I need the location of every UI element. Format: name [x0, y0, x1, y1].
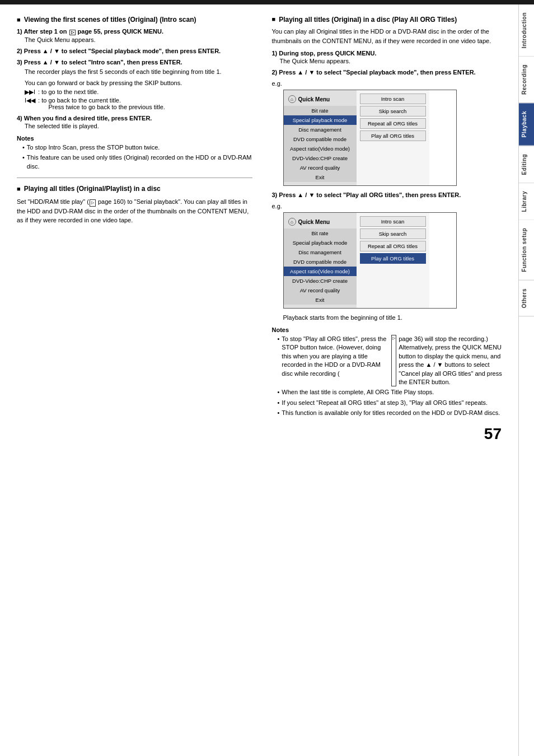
right-step-3: 3) Press ▲ / ▼ to select "Play all ORG t… [272, 192, 508, 198]
note2-item1: To stop "Play all ORG titles", press the… [278, 335, 508, 386]
menu1-right-skip: Skip search [360, 106, 426, 116]
menu2-item-disc: Disc management [284, 248, 357, 257]
menu1-right-play: Play all ORG titles [360, 130, 426, 141]
menu2-right-intro: Intro scan [360, 216, 426, 227]
content-area: Viewing the first scenes of titles (Orig… [0, 4, 518, 756]
right-step1-label: 1) During stop, press QUICK MENU. [272, 50, 508, 57]
right-step-1: 1) During stop, press QUICK MENU. The Qu… [272, 50, 508, 64]
notes1-title: Notes [17, 135, 252, 142]
menu2-header: ⌂ Quick Menu [284, 216, 357, 228]
step3-desc2: You can go forward or back by pressing t… [25, 78, 252, 88]
right-step-2: 2) Press ▲ / ▼ to select "Special playba… [272, 69, 508, 76]
right-column: Playing all titles (Original) in a disc … [269, 16, 508, 745]
menu1-item-bitrate: Bit rate [284, 106, 357, 115]
menu2-item-aspect: Aspect ratio(Video mode) [284, 267, 357, 276]
step-1: 1) After step 1 on ▷ page 55, press QUIC… [17, 28, 252, 43]
section2-body: Set "HDD/RAM title play" (▷ page 160) to… [17, 197, 252, 225]
menu1-item-chp: DVD-Video:CHP create [284, 153, 357, 163]
note2-item4: This function is available only for titl… [278, 409, 508, 417]
menu1-item-aspect: Aspect ratio(Video mode) [284, 144, 357, 153]
menu1-right-intro: Intro scan [360, 94, 426, 104]
menu1-item-disc: Disc management [284, 125, 357, 134]
right-section1-intro: You can play all Original titles in the … [272, 27, 508, 45]
step4-sub: The selected title is played. [25, 123, 252, 129]
menu1-title: Quick Menu [298, 96, 330, 102]
menu-diagram-2: ⌂ Quick Menu Bit rate Special playback m… [283, 212, 457, 309]
menu1-header: ⌂ Quick Menu [284, 94, 357, 106]
menu2-item-exit: Exit [284, 295, 357, 305]
right-step1-sub: The Quick Menu appears. [280, 58, 508, 64]
step3-label: 3) Press ▲ / ▼ to select "Intro scan", t… [17, 59, 252, 66]
note2-item2: When the last title is complete, All ORG… [278, 388, 508, 396]
note1-item2: This feature can be used only titles (Or… [22, 153, 252, 171]
menu1-left: ⌂ Quick Menu Bit rate Special playback m… [284, 90, 357, 185]
eg-label-1: e.g. [272, 80, 508, 87]
section1-title: Viewing the first scenes of titles (Orig… [17, 16, 252, 24]
step4-label: 4) When you find a desired title, press … [17, 115, 252, 122]
menu2-item-special: Special playback mode [284, 238, 357, 248]
menu1-right: Intro scan Skip search Repeat all ORG ti… [357, 90, 429, 185]
sidebar-tab-editing[interactable]: Editing [519, 146, 534, 183]
step-2: 2) Press ▲ / ▼ to select "Special playba… [17, 48, 252, 54]
page-ref-icon: ▷ [69, 30, 76, 35]
menu2-title: Quick Menu [298, 219, 330, 225]
step2-label: 2) Press ▲ / ▼ to select "Special playba… [17, 48, 252, 54]
step-4: 4) When you find a desired title, press … [17, 115, 252, 129]
bullet-back: I◀◀: to go back to the current title. Pr… [25, 97, 252, 110]
sidebar-tab-introduction[interactable]: Introduction [519, 4, 534, 57]
sidebar-tab-library[interactable]: Library [519, 183, 534, 220]
sidebar-tab-function-setup[interactable]: Function setup [519, 220, 534, 281]
menu2-icon: ⌂ [288, 218, 296, 226]
step3-desc1: The recorder plays the first 5 seconds o… [25, 67, 252, 77]
right-step2-label: 2) Press ▲ / ▼ to select "Special playba… [272, 69, 508, 76]
sidebar-tab-recording[interactable]: Recording [519, 57, 534, 103]
menu1-item-special: Special playback mode [284, 115, 357, 125]
step1-sub: The Quick Menu appears. [25, 36, 252, 43]
left-column: Viewing the first scenes of titles (Orig… [17, 16, 258, 745]
menu2-right-repeat: Repeat all ORG titles [360, 241, 426, 251]
notes2-title: Notes [272, 326, 508, 333]
main-layout: Viewing the first scenes of titles (Orig… [0, 4, 534, 756]
divider-1 [17, 178, 252, 178]
step-3: 3) Press ▲ / ▼ to select "Intro scan", t… [17, 59, 252, 110]
two-col-layout: Viewing the first scenes of titles (Orig… [17, 16, 507, 745]
menu1-item-dvd-compat: DVD compatible mode [284, 134, 357, 144]
page-number: 57 [272, 419, 508, 443]
sidebar-tab-others[interactable]: Others [519, 281, 534, 316]
menu1-item-av: AV record quality [284, 163, 357, 172]
menu2-item-chp: DVD-Video:CHP create [284, 276, 357, 286]
eg-label-2: e.g. [272, 203, 508, 209]
notes-section-2: Notes To stop "Play all ORG titles", pre… [272, 326, 508, 418]
menu2-item-dvd-compat: DVD compatible mode [284, 257, 357, 267]
note2-item3: If you select "Repeat all ORG titles" at… [278, 399, 508, 407]
menu2-item-bitrate: Bit rate [284, 228, 357, 238]
menu-diagram-1: ⌂ Quick Menu Bit rate Special playback m… [283, 90, 457, 186]
right-step3-label: 3) Press ▲ / ▼ to select "Play all ORG t… [272, 192, 508, 198]
menu2-right: Intro scan Skip search Repeat all ORG ti… [357, 213, 429, 308]
section2-title: Playing all titles (Original/Playlist) i… [17, 185, 252, 193]
menu1-right-repeat: Repeat all ORG titles [360, 118, 426, 129]
menu1-icon: ⌂ [288, 95, 296, 103]
menu2-left: ⌂ Quick Menu Bit rate Special playback m… [284, 213, 357, 308]
playback-text: Playback starts from the beginning of ti… [283, 314, 508, 321]
sidebar-tab-playback[interactable]: Playback [519, 103, 534, 146]
note1-item1: To stop Intro Scan, press the STOP butto… [22, 143, 252, 152]
menu1-item-exit: Exit [284, 172, 357, 182]
bullet-next: ▶▶I: to go to the next title. [25, 88, 252, 96]
menu2-item-av: AV record quality [284, 286, 357, 295]
notes-section-1: Notes To stop Intro Scan, press the STOP… [17, 135, 252, 171]
step1-label: 1) After step 1 on ▷ page 55, press QUIC… [17, 28, 252, 35]
sidebar: Introduction Recording Playback Editing … [518, 4, 534, 756]
top-bar [0, 0, 534, 4]
menu2-right-skip: Skip search [360, 228, 426, 239]
menu2-right-play: Play all ORG titles [360, 253, 426, 264]
right-section1-title: Playing all titles (Original) in a disc … [272, 16, 508, 24]
